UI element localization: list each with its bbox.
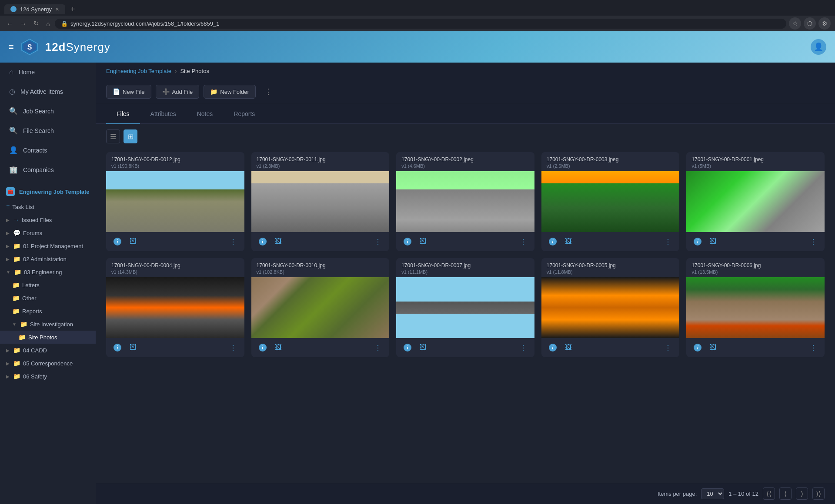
- file-preview-btn[interactable]: 🖼: [127, 342, 139, 354]
- file-preview-btn[interactable]: 🖼: [707, 342, 719, 354]
- sidebar-item-my-active-items[interactable]: ◷My Active Items: [0, 82, 96, 101]
- first-page-btn[interactable]: ⟨⟨: [763, 487, 775, 500]
- tree-item-letters[interactable]: 📁Letters: [0, 279, 96, 292]
- back-btn[interactable]: ←: [4, 19, 15, 28]
- file-card-header: 17001-SNGY-00-DR-0002.jpeg v1 (4.6MB): [396, 152, 534, 171]
- file-card[interactable]: 17001-SNGY-00-DR-0012.jpg v1 (190.8KB) i…: [106, 152, 244, 251]
- sidebar-item-job-search[interactable]: 🔍Job Search: [0, 101, 96, 121]
- file-more-btn[interactable]: ⋮: [227, 342, 239, 354]
- tree-item-reports[interactable]: 📁Reports: [0, 305, 96, 318]
- sidebar-item-file-search[interactable]: 🔍File Search: [0, 121, 96, 140]
- tree-item-site-photos[interactable]: 📁Site Photos: [0, 331, 96, 344]
- file-more-btn[interactable]: ⋮: [372, 342, 384, 354]
- next-page-btn[interactable]: ⟩: [796, 487, 808, 500]
- new-tab-btn[interactable]: +: [67, 5, 79, 14]
- forward-btn[interactable]: →: [18, 19, 29, 28]
- prev-page-btn[interactable]: ⟨: [779, 487, 792, 500]
- svg-rect-3: [106, 171, 244, 232]
- tab-attributes[interactable]: Attributes: [140, 104, 187, 124]
- file-info-btn[interactable]: i: [691, 342, 704, 354]
- file-card[interactable]: 17001-SNGY-00-DR-0011.jpg v1 (2.3MB) i 🖼…: [251, 152, 390, 251]
- last-page-btn[interactable]: ⟩⟩: [812, 487, 825, 500]
- file-info-btn[interactable]: i: [111, 235, 124, 248]
- tree-item-other[interactable]: 📁Other: [0, 292, 96, 305]
- thumb-svg: [106, 171, 244, 232]
- extensions-btn[interactable]: ⬡: [804, 17, 816, 30]
- file-version: v1 (2.6MB): [547, 163, 675, 169]
- tree-item-05-correspondence[interactable]: ▶📁05 Correspondence: [0, 357, 96, 370]
- file-info-btn[interactable]: i: [111, 342, 124, 354]
- file-info-btn[interactable]: i: [547, 342, 559, 354]
- file-preview-btn[interactable]: 🖼: [707, 235, 719, 248]
- file-more-btn[interactable]: ⋮: [227, 235, 239, 248]
- file-info-btn[interactable]: i: [401, 342, 414, 354]
- sidebar-project-item[interactable]: 🧰 Engineering Job Template: [0, 183, 96, 200]
- url-input[interactable]: [70, 20, 780, 27]
- file-preview-btn[interactable]: 🖼: [417, 342, 429, 354]
- file-card[interactable]: 17001-SNGY-00-DR-0001.jpeg v1 (5MB) i 🖼 …: [686, 152, 825, 251]
- tree-item-06-safety[interactable]: ▶📁06 Safety: [0, 370, 96, 383]
- svg-text:S: S: [27, 43, 32, 51]
- file-card[interactable]: 17001-SNGY-00-DR-0002.jpeg v1 (4.6MB) i …: [396, 152, 534, 251]
- tree-item-04-cadd[interactable]: ▶📁04 CADD: [0, 344, 96, 357]
- address-bar[interactable]: 🔒: [55, 19, 786, 29]
- hamburger-menu[interactable]: ≡: [9, 42, 14, 52]
- tree-item-02-administration[interactable]: ▶📁02 Administration: [0, 252, 96, 265]
- page-size-select[interactable]: 10 25 50: [701, 488, 724, 499]
- add-file-button[interactable]: ➕ Add File: [156, 85, 200, 99]
- file-preview-btn[interactable]: 🖼: [272, 235, 284, 248]
- file-more-btn[interactable]: ⋮: [807, 235, 819, 248]
- file-preview-btn[interactable]: 🖼: [562, 342, 574, 354]
- file-preview-btn[interactable]: 🖼: [272, 342, 284, 354]
- sidebar-item-home[interactable]: ⌂Home: [0, 63, 96, 82]
- sidebar-item-contacts[interactable]: 👤Contacts: [0, 140, 96, 160]
- tree-item-forums[interactable]: ▶💬Forums: [0, 226, 96, 239]
- file-info-btn[interactable]: i: [257, 342, 269, 354]
- nav-icon-companies: 🏢: [9, 166, 18, 174]
- user-avatar[interactable]: 👤: [811, 39, 826, 55]
- new-file-button[interactable]: 📄 New File: [106, 85, 151, 99]
- tab-notes[interactable]: Notes: [187, 104, 224, 124]
- file-info-btn[interactable]: i: [401, 235, 414, 248]
- file-card[interactable]: 17001-SNGY-00-DR-0004.jpg v1 (14.3MB) i …: [106, 258, 244, 357]
- tree-item-issued-files[interactable]: ▶→Issued Files: [0, 213, 96, 226]
- file-more-btn[interactable]: ⋮: [517, 342, 529, 354]
- file-card[interactable]: 17001-SNGY-00-DR-0010.jpg v1 (102.8KB) i…: [251, 258, 390, 357]
- file-info-btn[interactable]: i: [691, 235, 704, 248]
- new-folder-button[interactable]: 📁 New Folder: [204, 85, 255, 99]
- file-more-btn[interactable]: ⋮: [807, 342, 819, 354]
- info-icon: i: [114, 344, 121, 351]
- file-more-btn[interactable]: ⋮: [372, 235, 384, 248]
- file-info-btn[interactable]: i: [547, 235, 559, 248]
- file-card[interactable]: 17001-SNGY-00-DR-0007.jpg v1 (11.1MB) i …: [396, 258, 534, 357]
- tree-item-01-project-mgmt[interactable]: ▶📁01 Project Management: [0, 239, 96, 252]
- browser-tab-active[interactable]: 12d Synergy ✕: [4, 4, 65, 14]
- list-view-btn[interactable]: ☰: [106, 129, 120, 143]
- file-more-btn[interactable]: ⋮: [517, 235, 529, 248]
- tab-close-btn[interactable]: ✕: [55, 7, 59, 12]
- tree-item-03-engineering[interactable]: ▼📁03 Engineering: [0, 265, 96, 279]
- settings-btn[interactable]: ⚙: [818, 17, 831, 30]
- breadcrumb-parent[interactable]: Engineering Job Template: [106, 68, 171, 74]
- file-preview-btn[interactable]: 🖼: [127, 235, 139, 248]
- file-card[interactable]: 17001-SNGY-00-DR-0006.jpg v1 (13.5MB) i …: [686, 258, 825, 357]
- image-icon: 🖼: [565, 344, 572, 351]
- bookmark-btn[interactable]: ☆: [789, 17, 801, 30]
- home-btn[interactable]: ⌂: [44, 19, 52, 28]
- reload-btn[interactable]: ↻: [31, 19, 41, 28]
- file-more-btn[interactable]: ⋮: [662, 235, 674, 248]
- tree-item-site-investigation[interactable]: ▼📁Site Investigation: [0, 318, 96, 331]
- file-preview-btn[interactable]: 🖼: [417, 235, 429, 248]
- file-info-btn[interactable]: i: [257, 235, 269, 248]
- file-more-btn[interactable]: ⋮: [662, 342, 674, 354]
- sidebar-item-companies[interactable]: 🏢Companies: [0, 160, 96, 179]
- tab-files[interactable]: Files: [106, 104, 140, 124]
- file-card[interactable]: 17001-SNGY-00-DR-0005.jpg v1 (11.8MB) i …: [541, 258, 680, 357]
- tree-item-task-list[interactable]: ≡Task List: [0, 200, 96, 213]
- file-card[interactable]: 17001-SNGY-00-DR-0003.jpeg v1 (2.6MB) i …: [541, 152, 680, 251]
- more-icon: ⋮: [520, 238, 527, 246]
- grid-view-btn[interactable]: ⊞: [124, 129, 137, 143]
- tab-reports[interactable]: Reports: [223, 104, 265, 124]
- file-preview-btn[interactable]: 🖼: [562, 235, 574, 248]
- toolbar-more-button[interactable]: ⋮: [260, 84, 277, 99]
